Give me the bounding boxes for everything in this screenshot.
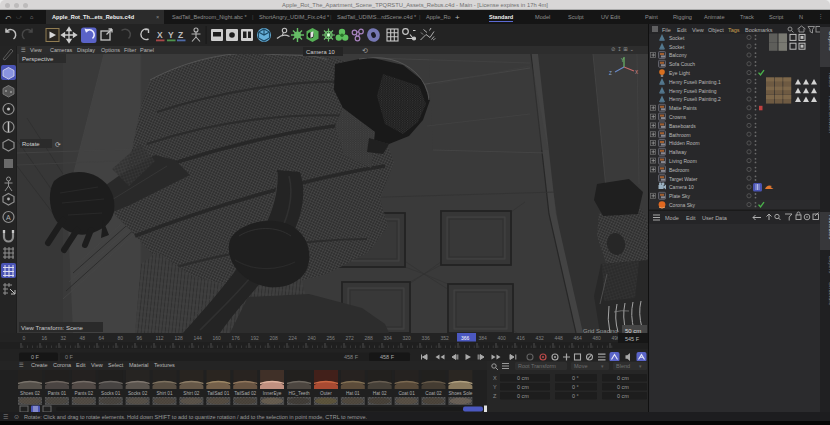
svg-text:458 F: 458 F xyxy=(380,354,395,360)
svg-text:48: 48 xyxy=(80,335,86,341)
svg-text:256: 256 xyxy=(327,335,336,341)
svg-text:0 F: 0 F xyxy=(65,354,74,360)
svg-text:0 cm: 0 cm xyxy=(617,375,629,381)
svg-text:Shirt 02: Shirt 02 xyxy=(183,391,200,396)
svg-text:Perspective: Perspective xyxy=(22,56,54,62)
svg-text:Hallway: Hallway xyxy=(669,149,687,155)
svg-text:X: X xyxy=(635,70,638,75)
svg-text:Corona Sky: Corona Sky xyxy=(669,202,696,208)
svg-text:Y: Y xyxy=(621,58,624,63)
svg-text:458 F: 458 F xyxy=(344,354,359,360)
svg-text:Hidden Room: Hidden Room xyxy=(669,140,700,146)
svg-text:Crowns: Crowns xyxy=(669,114,686,120)
svg-text:⟳: ⟳ xyxy=(55,141,61,148)
svg-text:File: File xyxy=(662,27,671,33)
svg-text:Henry Fuseli Painting: Henry Fuseli Painting xyxy=(669,88,717,94)
svg-text:545 F: 545 F xyxy=(625,336,640,342)
svg-text:Sofa Couch: Sofa Couch xyxy=(669,61,695,67)
svg-text:0 cm: 0 cm xyxy=(617,393,629,399)
svg-text:Coat 02: Coat 02 xyxy=(425,391,442,396)
svg-text:320: 320 xyxy=(403,335,412,341)
svg-text:96: 96 xyxy=(137,335,143,341)
svg-text:Eye Light: Eye Light xyxy=(669,70,690,76)
svg-text:TailSad 01: TailSad 01 xyxy=(207,391,229,396)
svg-text:Pants 01: Pants 01 xyxy=(48,391,67,396)
svg-text:0 °: 0 ° xyxy=(572,384,579,390)
svg-text:352: 352 xyxy=(441,335,450,341)
svg-text:X: X xyxy=(493,375,497,381)
svg-text:400: 400 xyxy=(498,335,507,341)
svg-text:Bedroom: Bedroom xyxy=(669,167,689,173)
svg-text:192: 192 xyxy=(251,335,260,341)
svg-text:Socket: Socket xyxy=(669,35,685,41)
svg-text:Henry Fuseli Painting.1: Henry Fuseli Painting.1 xyxy=(669,79,721,85)
svg-text:464: 464 xyxy=(574,335,583,341)
svg-text:0: 0 xyxy=(23,335,26,341)
svg-text:160: 160 xyxy=(213,335,222,341)
svg-text:304: 304 xyxy=(384,335,393,341)
svg-text:0 °: 0 ° xyxy=(572,375,579,381)
svg-text:432: 432 xyxy=(536,335,545,341)
svg-text:TailSad 02: TailSad 02 xyxy=(234,391,256,396)
svg-text:Z: Z xyxy=(178,30,183,40)
svg-text:0 cm: 0 cm xyxy=(517,393,529,399)
svg-text:Pants 02: Pants 02 xyxy=(75,391,94,396)
svg-text:Object: Object xyxy=(708,27,724,33)
svg-text:Living Room: Living Room xyxy=(669,158,697,164)
svg-text:Rotate: Rotate xyxy=(22,141,40,147)
svg-text:272: 272 xyxy=(346,335,355,341)
svg-text:Coat 01: Coat 01 xyxy=(398,391,415,396)
svg-text:HG_Teeth: HG_Teeth xyxy=(288,391,309,396)
svg-text:Y: Y xyxy=(168,30,174,40)
svg-text:0 cm: 0 cm xyxy=(517,375,529,381)
svg-text:288: 288 xyxy=(365,335,374,341)
svg-text:Edit: Edit xyxy=(677,27,687,33)
svg-text:0 cm: 0 cm xyxy=(617,384,629,390)
svg-text:176: 176 xyxy=(232,335,241,341)
svg-text:Z: Z xyxy=(493,393,497,399)
svg-text:144: 144 xyxy=(194,335,203,341)
svg-text:224: 224 xyxy=(289,335,298,341)
svg-text:Tags: Tags xyxy=(728,27,740,33)
svg-text:64: 64 xyxy=(99,335,105,341)
svg-text:416: 416 xyxy=(517,335,526,341)
svg-text:Edit: Edit xyxy=(686,215,696,221)
svg-text:112: 112 xyxy=(156,335,164,341)
svg-text:448: 448 xyxy=(555,335,564,341)
svg-text:32: 32 xyxy=(61,335,67,341)
svg-text:0 cm: 0 cm xyxy=(517,384,529,390)
svg-text:Camera 10: Camera 10 xyxy=(669,184,694,190)
svg-text:View Transform: Scene: View Transform: Scene xyxy=(21,325,84,331)
svg-text:Hat 02: Hat 02 xyxy=(373,391,387,396)
svg-text:384: 384 xyxy=(479,335,488,341)
svg-text:Y: Y xyxy=(493,384,497,390)
svg-text:366: 366 xyxy=(461,335,470,341)
svg-text:Bathroom: Bathroom xyxy=(669,132,691,138)
svg-text:Baseboards: Baseboards xyxy=(669,123,696,129)
svg-text:Socks 02: Socks 02 xyxy=(128,391,148,396)
svg-text:Socks 01: Socks 01 xyxy=(101,391,121,396)
svg-text:Shirt 01: Shirt 01 xyxy=(156,391,173,396)
svg-text:A: A xyxy=(6,214,11,221)
svg-text:336: 336 xyxy=(422,335,431,341)
svg-text:208: 208 xyxy=(270,335,279,341)
svg-text:Matte Paints: Matte Paints xyxy=(669,105,697,111)
svg-text:Socket: Socket xyxy=(669,44,685,50)
svg-text:Plate Sky: Plate Sky xyxy=(669,193,691,199)
svg-text:Z: Z xyxy=(609,71,612,76)
svg-text:User Data: User Data xyxy=(702,215,728,221)
svg-text:0 °: 0 ° xyxy=(572,393,579,399)
svg-text:Balcony: Balcony xyxy=(669,52,687,58)
svg-text:Root Transform: Root Transform xyxy=(518,363,556,369)
svg-text:Target Water: Target Water xyxy=(669,176,698,182)
svg-text:Mode: Mode xyxy=(665,215,679,221)
svg-text:View: View xyxy=(692,27,704,33)
svg-text:480: 480 xyxy=(593,335,602,341)
svg-text:80: 80 xyxy=(118,335,124,341)
svg-text:128: 128 xyxy=(175,335,184,341)
svg-text:Henry Fuseli Painting.2: Henry Fuseli Painting.2 xyxy=(669,96,721,102)
svg-text:Hat 01: Hat 01 xyxy=(346,391,360,396)
svg-text:240: 240 xyxy=(308,335,317,341)
svg-text:16: 16 xyxy=(42,335,48,341)
svg-text:Move: Move xyxy=(574,363,587,369)
